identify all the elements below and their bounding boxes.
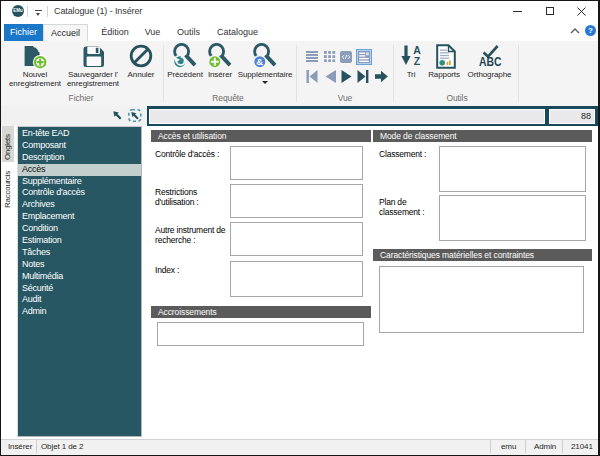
svg-text:&: & <box>256 56 263 67</box>
svg-text:ABC: ABC <box>479 55 502 67</box>
svg-text:Z: Z <box>414 55 421 66</box>
svg-text:A: A <box>413 45 421 56</box>
